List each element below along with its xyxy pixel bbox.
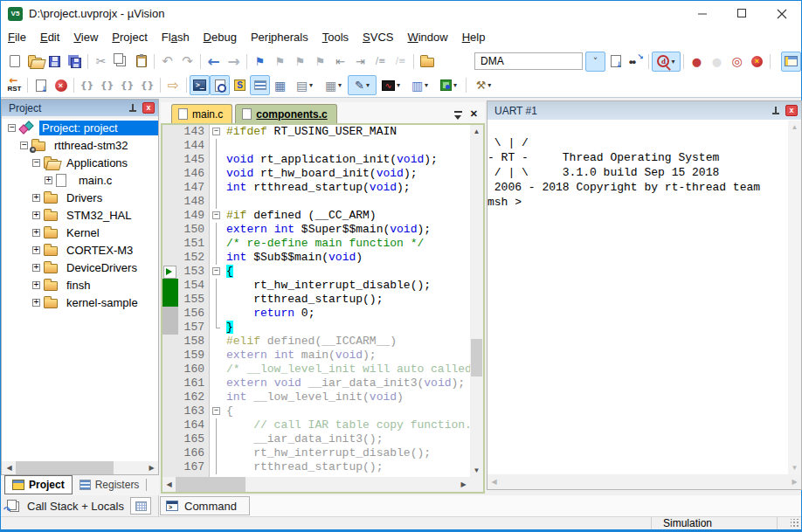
menu-window[interactable]: Window — [400, 26, 454, 49]
save-button[interactable] — [45, 52, 65, 72]
editor-hscrollbar[interactable]: ◀ ▶ — [162, 477, 470, 492]
minimize-button[interactable] — [683, 1, 722, 26]
comment-button[interactable]: /≡ — [370, 52, 391, 72]
watch-window-button[interactable]: ▤▾ — [290, 75, 319, 95]
maximize-button[interactable] — [722, 1, 762, 26]
analysis-window-button[interactable]: ▦ — [270, 75, 290, 95]
expander-icon[interactable]: + — [45, 176, 52, 184]
menu-debug[interactable]: Debug — [197, 26, 244, 49]
scroll-thumb[interactable] — [176, 477, 245, 492]
fold-icon[interactable]: − — [212, 211, 220, 219]
scroll-right-icon[interactable]: ▶ — [145, 461, 158, 474]
toolbox-button[interactable]: ▾ — [434, 75, 463, 95]
uart-vscrollbar[interactable]: ▲ ▼ — [788, 121, 801, 474]
stop-debug-button[interactable]: × — [51, 75, 71, 95]
project-panel-close-icon[interactable]: x — [142, 102, 155, 114]
disassembly-window-button[interactable] — [210, 75, 230, 95]
cut-button[interactable]: ✂ — [91, 52, 111, 72]
expander-icon[interactable]: − — [8, 124, 16, 132]
navigate-back-button[interactable]: ← — [204, 52, 224, 72]
expander-icon[interactable]: + — [32, 299, 40, 307]
open-file-button[interactable] — [24, 52, 45, 72]
window-list-icon[interactable] — [454, 111, 462, 118]
expander-icon[interactable]: + — [32, 211, 40, 219]
manage-project-items-button[interactable] — [417, 52, 437, 72]
fold-margin[interactable]: −−−− — [210, 125, 224, 477]
expander-icon[interactable]: − — [20, 142, 28, 149]
code-text[interactable]: #ifdef RT_USING_USER_MAINvoid rt_applica… — [224, 125, 470, 477]
step-into-button[interactable]: {} — [77, 75, 97, 95]
fold-icon[interactable]: − — [212, 267, 220, 275]
fold-icon[interactable]: − — [212, 407, 220, 415]
tree-item-kernel[interactable]: +Kernel — [2, 224, 158, 241]
show-windows-button[interactable] — [781, 52, 801, 72]
menu-svcs[interactable]: SVCS — [356, 26, 400, 49]
paste-button[interactable] — [131, 52, 151, 72]
step-out-button[interactable]: {} — [117, 75, 137, 95]
command-tab[interactable]: > Command — [160, 496, 250, 515]
tree-item-devicedrivers[interactable]: +DeviceDrivers — [2, 259, 158, 276]
expander-icon[interactable]: − — [32, 159, 40, 167]
pin-icon[interactable] — [771, 106, 780, 116]
tree-item-stm32-hal[interactable]: +STM32_HAL — [2, 206, 158, 224]
tab-main-c[interactable]: main.c — [171, 104, 232, 123]
target-dropdown-button[interactable]: ˅ — [585, 52, 605, 72]
new-file-button[interactable] — [4, 52, 24, 72]
redo-button[interactable]: ↷ — [177, 52, 197, 72]
select-target-combo[interactable]: DMA — [474, 52, 583, 70]
reset-button[interactable]: RST — [4, 75, 24, 95]
tree-item-rtthread-stm32[interactable]: −✱rtthread-stm32 — [2, 136, 158, 154]
expander-icon[interactable]: + — [32, 281, 40, 289]
symbol-window-button[interactable]: S — [230, 75, 250, 95]
bookmark-toggle-button[interactable]: ⚑ — [250, 52, 270, 72]
navigate-forward-button[interactable]: → — [224, 52, 244, 72]
indent-button[interactable]: ⇥ — [350, 52, 370, 72]
scroll-left-icon[interactable]: ◀ — [487, 474, 501, 489]
tree-item-applications[interactable]: −Applications — [2, 154, 158, 171]
scroll-right-icon[interactable]: ▶ — [788, 474, 801, 489]
run-to-line-button[interactable]: {} — [137, 75, 157, 95]
expander-icon[interactable]: + — [32, 246, 40, 254]
command-window-button[interactable]: >_ — [190, 75, 210, 95]
memory-button[interactable] — [130, 497, 151, 515]
title-bar[interactable]: V5 D:\project.uvprojx - µVision — [1, 1, 801, 26]
uart-panel-close-icon[interactable]: x — [785, 105, 798, 116]
tab-registers[interactable]: Registers — [73, 475, 147, 494]
tree-item-cortex-m3[interactable]: +CORTEX-M3 — [2, 241, 158, 259]
run-button[interactable]: ⇨ — [163, 75, 183, 95]
scroll-left-icon[interactable]: ◀ — [3, 461, 16, 474]
menu-flash[interactable]: Flash — [155, 26, 197, 49]
pin-icon[interactable] — [128, 103, 137, 114]
project-tree-hscrollbar[interactable]: ◀ ▶ — [3, 461, 158, 474]
tree-item-project-project[interactable]: −Project: project — [2, 119, 158, 136]
system-viewer-button[interactable]: ✎▾ — [348, 75, 377, 95]
bookmark-next-button[interactable]: ⚑ — [270, 52, 290, 72]
kill-all-breakpoints-button[interactable]: × — [747, 52, 767, 72]
serial-window-button[interactable] — [250, 75, 270, 95]
menu-project[interactable]: Project — [105, 26, 154, 49]
tree-item-main-c[interactable]: +main.c — [2, 171, 158, 189]
close-button[interactable] — [762, 1, 801, 26]
tree-item-drivers[interactable]: +Drivers — [2, 189, 158, 206]
menu-help[interactable]: Help — [455, 26, 493, 49]
scroll-left-icon[interactable]: ◀ — [162, 477, 176, 492]
menu-tools[interactable]: Tools — [315, 26, 356, 49]
menu-edit[interactable]: Edit — [33, 26, 66, 49]
tree-item-finsh[interactable]: +finsh — [2, 276, 158, 294]
uncomment-button[interactable]: /≡ — [391, 52, 411, 72]
undo-button[interactable]: ↶ — [157, 52, 177, 72]
insert-trace-button[interactable] — [31, 75, 51, 95]
scroll-down-icon[interactable]: ▼ — [788, 461, 801, 474]
tab-project[interactable]: Project — [4, 475, 73, 494]
copy-button[interactable] — [111, 52, 131, 72]
bookmark-clear-button[interactable]: ⚑ — [310, 52, 330, 72]
enable-breakpoint-button[interactable]: ● — [707, 52, 727, 72]
expander-icon[interactable]: + — [32, 194, 40, 202]
debug-settings-button[interactable]: ⚒▾ — [469, 75, 498, 95]
editor-vscrollbar[interactable]: ▲ ▼ — [470, 125, 483, 477]
memory-window-button[interactable]: ▦▾ — [319, 75, 348, 95]
uart-hscrollbar[interactable]: ◀ ▶ — [487, 474, 801, 489]
scroll-thumb[interactable] — [471, 339, 482, 377]
step-over-button[interactable]: {} — [97, 75, 117, 95]
tab-components-c[interactable]: components.c — [235, 104, 336, 123]
